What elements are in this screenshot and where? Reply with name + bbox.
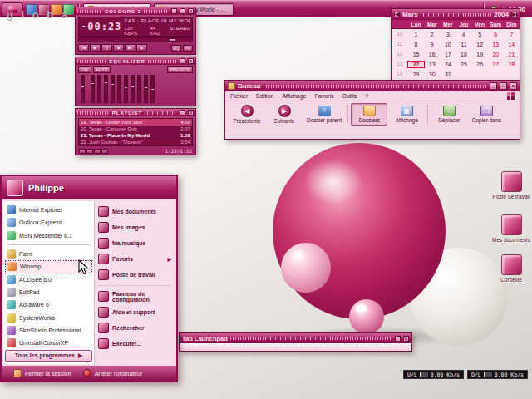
maximize-button[interactable]: □ [500,82,507,90]
eq-band-slider[interactable] [137,75,141,103]
calendar-next-month-button[interactable]: ▶ [511,12,517,17]
launchpad-body[interactable] [180,343,411,351]
forward-button[interactable]: ▶ Suivante [266,103,303,126]
menu-affichage[interactable]: Affichage [282,93,306,99]
start-item-mes-documents[interactable]: Mes documents [96,204,173,219]
move-to-button[interactable]: → Déplacer [431,103,467,126]
eq-band-slider[interactable] [124,75,128,103]
eq-slider-thumb[interactable] [104,81,108,84]
calendar-date[interactable]: 15 [408,52,424,57]
eq-slider-thumb[interactable] [131,86,135,88]
eq-slider-thumb[interactable] [117,85,121,87]
eq-band-slider[interactable] [150,75,155,103]
start-item-rechercher[interactable]: Rechercher [96,320,173,336]
calendar-date[interactable]: 30 [424,71,440,77]
calendar-date[interactable]: 18 [456,52,471,57]
calendar-date[interactable]: 9 [424,42,440,47]
menu-aide[interactable]: ? [365,93,368,99]
winamp-play-button[interactable]: ▶ [90,44,101,52]
winamp-next-button[interactable]: ▶| [125,44,135,52]
playlist-track[interactable]: 22. Josh Groban - "Oceano" 3:54 [79,139,192,145]
desktop-icon-mes-documents[interactable]: Mes documents [485,214,532,243]
calendar-date[interactable]: 24 [440,62,456,67]
up-button[interactable]: ↑ Dossier parent [303,103,345,126]
start-item-executer[interactable]: Exécuter... [96,336,173,352]
winamp-close-button[interactable]: x [188,8,194,14]
eq-slider-thumb[interactable] [91,82,95,85]
winamp-eject-button[interactable]: ▲ [136,44,147,52]
launchpad-titlebar[interactable]: Tab Launchpad x [180,333,411,343]
shut-down-button[interactable]: Arrêter l'ordinateur [83,369,143,377]
eq-band-slider[interactable] [117,75,121,103]
eq-band-slider[interactable] [104,75,108,103]
winamp-position-slider[interactable] [78,37,193,42]
winamp-pause-button[interactable]: || [101,44,112,52]
calendar-date[interactable]: 20 [488,52,504,57]
playlist-track-current[interactable]: 21. Texas - Place In My World 1:52 [79,132,192,139]
calendar-date-today[interactable]: 22 [408,62,424,67]
calendar-date[interactable]: 26 [472,62,488,67]
eq-slider-thumb[interactable] [150,88,155,91]
calendar-date[interactable]: 8 [408,42,424,47]
menu-outils[interactable]: Outils [342,93,357,99]
eq-band-slider[interactable] [144,75,148,103]
eq-band-slider[interactable] [111,75,115,103]
start-item-uninstall-cursorxp[interactable]: Uninstall CursorXP [5,337,92,349]
playlist-add-button[interactable] [79,149,86,154]
menu-fichier[interactable]: Fichier [230,93,248,99]
winamp-previous-button[interactable]: |◀ [78,44,89,52]
position-slider-thumb[interactable] [169,38,176,42]
calendar-date[interactable]: 7 [504,32,520,37]
start-item-systemworks[interactable]: SystemWorks [5,312,92,324]
calendar-date[interactable]: 6 [488,32,504,37]
calendar-date[interactable]: 19 [472,52,488,57]
calendar-date[interactable]: 29 [408,71,424,77]
menu-edition[interactable]: Edition [256,93,273,99]
start-item-panneau-de-configuration[interactable]: Panneau de configuration [96,288,173,304]
start-item-aide-et-support[interactable]: Aide et support [96,304,173,320]
winamp-eq-toggle[interactable]: EQ [171,45,181,52]
start-item-favoris[interactable]: Favoris ▶ [96,251,173,267]
log-off-button[interactable]: Fermer la session [13,369,71,377]
launchpad-close-button[interactable]: x [403,336,409,342]
equalizer-titlebar[interactable]: EQUALIZER x [76,57,195,65]
winamp-track-marquee[interactable]: XAS - PLACE IN MY WORLD (1:52) [124,18,190,23]
calendar-date[interactable]: 17 [440,52,456,57]
calendar-titlebar[interactable]: ◀ Mars 2004 ▶ [392,9,520,20]
folders-button[interactable]: Dossiers [351,103,387,126]
playlist-close-button[interactable]: x [188,110,194,116]
minimize-button[interactable]: _ [490,82,497,90]
menu-favoris[interactable]: Favoris [314,93,333,99]
eq-band-slider[interactable] [131,75,135,103]
winamp-minimize-button[interactable] [171,8,177,14]
close-button[interactable]: x [510,82,517,90]
calendar-date[interactable]: 4 [456,32,471,37]
eq-slider-thumb[interactable] [124,86,128,89]
calendar-prev-month-button[interactable]: ◀ [394,12,400,17]
playlist-misc-button[interactable] [101,149,108,154]
winamp-titlebar[interactable]: COLOURS 2 x [76,7,195,15]
calendar-date[interactable]: 28 [504,62,520,67]
playlist-select-button[interactable] [94,149,101,154]
start-item-paint[interactable]: Paint [5,248,92,260]
eq-slider-thumb[interactable] [97,80,101,82]
calendar-date[interactable]: 23 [424,62,440,67]
winamp-time-display[interactable]: -00:23 [81,21,121,32]
eq-slider-thumb[interactable] [81,86,85,88]
eq-auto-button[interactable]: AUTO [93,66,111,73]
bureau-titlebar[interactable]: Bureau _ □ x [225,81,520,91]
playlist-track[interactable]: 20. Texas - Carousel Dub 2:07 [79,126,192,132]
calendar-date[interactable]: 10 [440,42,456,47]
calendar-date[interactable]: 12 [472,42,488,47]
playlist-titlebar[interactable]: PLAYLIST x [76,109,195,116]
calendar-date[interactable]: 11 [456,42,471,47]
calendar-date[interactable]: 5 [472,32,488,37]
start-item-internet-explorer[interactable]: Internet Explorer [5,204,92,216]
equalizer-close-button[interactable]: x [188,58,194,64]
calendar-date[interactable]: 3 [440,32,456,37]
start-item-mes-images[interactable]: Mes images [96,219,173,235]
playlist-list[interactable]: 19. Texas - Under Your Skin 4:00 20. Tex… [78,118,193,146]
equalizer-shade-button[interactable] [180,58,185,64]
calendar-date[interactable]: 27 [488,62,504,67]
winamp-playlist-toggle[interactable]: PL [183,45,193,52]
